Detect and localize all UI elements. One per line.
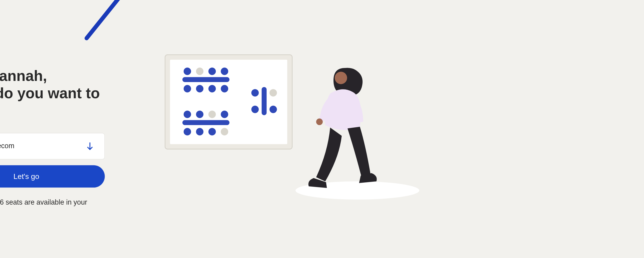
svg-point-24 <box>196 85 204 92</box>
svg-point-25 <box>208 85 216 92</box>
svg-point-28 <box>196 110 204 118</box>
location-value: Location basecom <box>0 142 14 151</box>
svg-point-37 <box>252 89 259 96</box>
svg-point-35 <box>221 128 228 136</box>
svg-point-41 <box>335 72 347 84</box>
svg-point-23 <box>184 85 191 92</box>
svg-point-34 <box>208 128 216 136</box>
svg-point-32 <box>184 128 191 136</box>
illustration <box>163 53 419 202</box>
svg-point-27 <box>184 110 191 118</box>
person-illustration <box>308 68 377 188</box>
svg-rect-31 <box>182 120 230 125</box>
svg-point-40 <box>270 106 277 113</box>
svg-line-11 <box>87 0 144 38</box>
arrow-down-icon <box>86 142 94 151</box>
svg-rect-36 <box>262 87 266 115</box>
location-select[interactable]: Location basecom <box>0 133 105 160</box>
availability-text: Currently 66 of 96 seats are available i… <box>0 199 105 215</box>
svg-point-29 <box>208 110 216 118</box>
svg-rect-22 <box>182 77 230 82</box>
annotation-arrow <box>78 0 157 42</box>
greeting: Hello Hannah, where do you want to book? <box>0 67 105 120</box>
svg-point-39 <box>252 106 259 113</box>
greeting-line2: where do you want to book? <box>0 85 100 119</box>
svg-point-33 <box>196 128 204 136</box>
svg-point-42 <box>316 118 323 125</box>
svg-point-18 <box>184 67 191 75</box>
svg-point-20 <box>208 67 216 75</box>
lets-go-button[interactable]: Let's go <box>0 165 105 188</box>
svg-point-30 <box>221 110 228 118</box>
svg-point-19 <box>196 67 204 75</box>
greeting-line1: Hello Hannah, <box>0 67 47 84</box>
svg-point-21 <box>221 67 228 75</box>
svg-point-26 <box>221 85 228 92</box>
svg-point-38 <box>270 89 277 96</box>
booking-panel: Hello Hannah, where do you want to book?… <box>0 67 105 215</box>
